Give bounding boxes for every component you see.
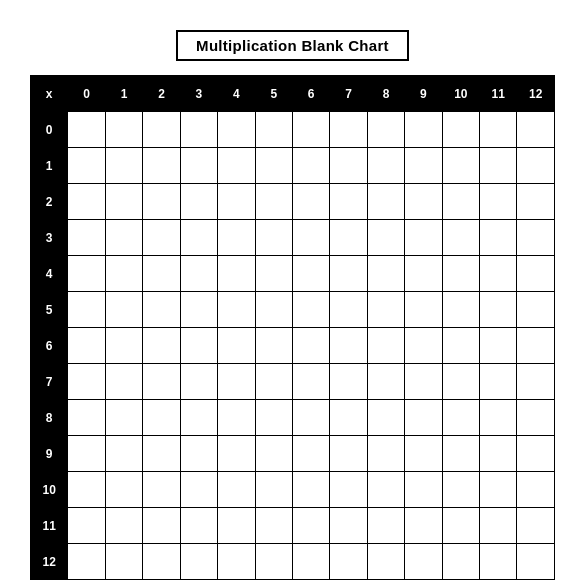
row-label-8: 8: [31, 400, 68, 436]
cell-7-2: [143, 364, 180, 400]
cell-11-5: [255, 508, 292, 544]
cell-5-11: [480, 292, 517, 328]
cell-5-12: [517, 292, 555, 328]
cell-11-2: [143, 508, 180, 544]
cell-6-1: [105, 328, 142, 364]
cell-5-8: [367, 292, 404, 328]
cell-4-11: [480, 256, 517, 292]
cell-7-1: [105, 364, 142, 400]
cell-10-10: [442, 472, 479, 508]
cell-7-6: [292, 364, 329, 400]
cell-12-3: [180, 544, 217, 580]
cell-5-0: [68, 292, 105, 328]
cell-10-3: [180, 472, 217, 508]
cell-9-8: [367, 436, 404, 472]
cell-4-3: [180, 256, 217, 292]
cell-11-11: [480, 508, 517, 544]
cell-3-3: [180, 220, 217, 256]
cell-4-6: [292, 256, 329, 292]
table-row: 0: [31, 112, 555, 148]
cell-9-7: [330, 436, 367, 472]
row-label-10: 10: [31, 472, 68, 508]
table-row: 6: [31, 328, 555, 364]
cell-12-6: [292, 544, 329, 580]
cell-5-1: [105, 292, 142, 328]
cell-10-8: [367, 472, 404, 508]
cell-10-0: [68, 472, 105, 508]
cell-8-1: [105, 400, 142, 436]
cell-8-3: [180, 400, 217, 436]
cell-11-4: [218, 508, 255, 544]
cell-5-7: [330, 292, 367, 328]
cell-1-10: [442, 148, 479, 184]
header-col-0: 0: [68, 76, 105, 112]
cell-5-10: [442, 292, 479, 328]
cell-4-1: [105, 256, 142, 292]
cell-8-5: [255, 400, 292, 436]
cell-12-1: [105, 544, 142, 580]
table-row: 1: [31, 148, 555, 184]
cell-2-0: [68, 184, 105, 220]
cell-7-8: [367, 364, 404, 400]
table-row: 10: [31, 472, 555, 508]
row-label-1: 1: [31, 148, 68, 184]
cell-1-9: [405, 148, 442, 184]
cell-2-6: [292, 184, 329, 220]
cell-10-1: [105, 472, 142, 508]
row-label-2: 2: [31, 184, 68, 220]
row-label-12: 12: [31, 544, 68, 580]
table-row: 7: [31, 364, 555, 400]
cell-4-9: [405, 256, 442, 292]
cell-5-2: [143, 292, 180, 328]
cell-3-12: [517, 220, 555, 256]
cell-7-0: [68, 364, 105, 400]
cell-4-4: [218, 256, 255, 292]
cell-2-7: [330, 184, 367, 220]
cell-9-2: [143, 436, 180, 472]
row-label-6: 6: [31, 328, 68, 364]
header-col-3: 3: [180, 76, 217, 112]
table-header: x0123456789101112: [31, 76, 555, 112]
cell-5-5: [255, 292, 292, 328]
cell-6-0: [68, 328, 105, 364]
cell-0-3: [180, 112, 217, 148]
table-row: 3: [31, 220, 555, 256]
cell-8-6: [292, 400, 329, 436]
cell-7-4: [218, 364, 255, 400]
header-col-4: 4: [218, 76, 255, 112]
cell-6-11: [480, 328, 517, 364]
cell-3-6: [292, 220, 329, 256]
cell-2-12: [517, 184, 555, 220]
table-row: 9: [31, 436, 555, 472]
cell-2-3: [180, 184, 217, 220]
chart-wrapper: x0123456789101112 0123456789101112: [30, 75, 555, 580]
cell-7-7: [330, 364, 367, 400]
cell-0-0: [68, 112, 105, 148]
cell-3-10: [442, 220, 479, 256]
cell-5-6: [292, 292, 329, 328]
row-label-7: 7: [31, 364, 68, 400]
cell-9-9: [405, 436, 442, 472]
cell-10-5: [255, 472, 292, 508]
cell-12-4: [218, 544, 255, 580]
cell-10-2: [143, 472, 180, 508]
cell-2-4: [218, 184, 255, 220]
cell-8-12: [517, 400, 555, 436]
cell-8-10: [442, 400, 479, 436]
cell-4-5: [255, 256, 292, 292]
table-row: 11: [31, 508, 555, 544]
table-row: 4: [31, 256, 555, 292]
cell-11-7: [330, 508, 367, 544]
cell-6-6: [292, 328, 329, 364]
cell-0-11: [480, 112, 517, 148]
cell-2-5: [255, 184, 292, 220]
cell-11-8: [367, 508, 404, 544]
cell-8-0: [68, 400, 105, 436]
header-col-8: 8: [367, 76, 404, 112]
cell-9-6: [292, 436, 329, 472]
cell-10-11: [480, 472, 517, 508]
header-col-12: 12: [517, 76, 555, 112]
table-row: 8: [31, 400, 555, 436]
cell-8-4: [218, 400, 255, 436]
multiplication-table: x0123456789101112 0123456789101112: [30, 75, 555, 580]
